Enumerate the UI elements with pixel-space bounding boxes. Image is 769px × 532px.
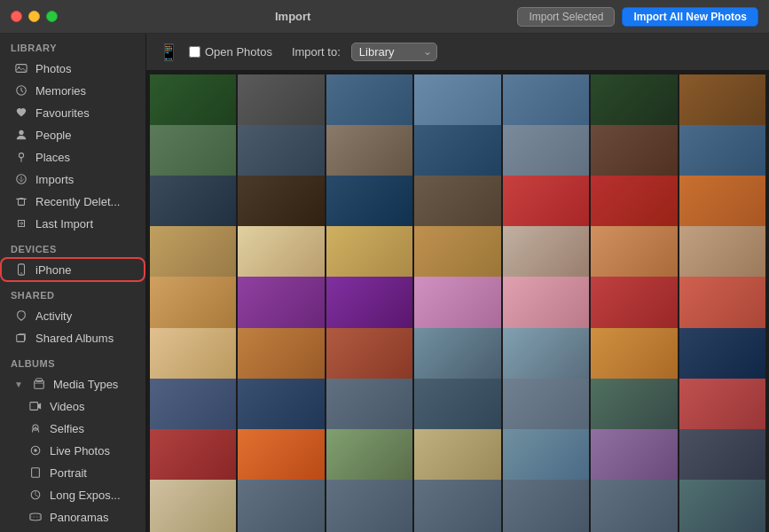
heart-icon <box>14 106 28 120</box>
open-photos-label: Open Photos <box>205 45 272 59</box>
videos-icon <box>28 399 43 413</box>
imports-icon <box>14 172 28 186</box>
window-title: Import <box>68 10 517 23</box>
maximize-button[interactable] <box>46 11 58 22</box>
sidebar-item-activity-label: Activity <box>35 309 72 323</box>
shared-section-header: Shared <box>0 281 145 304</box>
portrait-icon <box>28 466 43 480</box>
import-selected-button[interactable]: Import Selected <box>517 7 615 27</box>
pin-icon <box>14 150 28 164</box>
import-to-label: Import to: <box>292 45 341 59</box>
sidebar-item-panoramas[interactable]: Panoramas <box>4 506 142 528</box>
live-photos-icon <box>28 443 43 458</box>
sidebar-item-memories[interactable]: Memories <box>4 80 142 101</box>
sidebar-item-recently-deleted-label: Recently Delet... <box>35 195 120 208</box>
sidebar-item-media-types-label: Media Types <box>53 378 118 391</box>
photo-cell[interactable] <box>238 480 324 532</box>
svg-point-16 <box>34 449 37 452</box>
open-photos-checkbox-group: Open Photos <box>189 45 272 59</box>
activity-icon <box>14 309 28 323</box>
sidebar-item-shared-albums-label: Shared Albums <box>35 332 114 345</box>
svg-point-8 <box>20 272 21 273</box>
content-area: 📱 Open Photos Import to: Library Albums … <box>146 34 769 532</box>
sidebar-item-videos-label: Videos <box>50 400 85 413</box>
shared-albums-icon <box>14 331 28 345</box>
import-to-select[interactable]: Library Albums New Album <box>351 43 437 61</box>
svg-rect-17 <box>32 468 40 478</box>
sidebar-item-portrait-label: Portrait <box>50 466 87 480</box>
panoramas-icon <box>28 510 43 524</box>
sidebar-item-memories-label: Memories <box>35 84 86 98</box>
sidebar: Library Photos Memories Favourites Peopl… <box>0 34 146 532</box>
titlebar-actions: Import Selected Import All New Photos <box>517 7 758 27</box>
sidebar-item-favourites[interactable]: Favourites <box>4 102 142 123</box>
selfies-icon <box>28 421 43 435</box>
sidebar-item-activity[interactable]: Activity <box>4 305 142 326</box>
sidebar-item-people[interactable]: People <box>4 124 142 145</box>
sidebar-item-live-photos[interactable]: Live Photos <box>4 440 142 461</box>
devices-section-header: Devices <box>0 235 145 258</box>
photo-cell[interactable] <box>591 480 677 532</box>
sidebar-item-long-exposure-label: Long Expos... <box>50 489 121 502</box>
svg-point-3 <box>19 130 23 135</box>
sidebar-item-last-import[interactable]: Last Import <box>4 213 142 234</box>
sidebar-item-people-label: People <box>35 129 71 142</box>
trash-icon <box>14 194 28 208</box>
main-layout: Library Photos Memories Favourites Peopl… <box>0 34 769 532</box>
import-to-select-wrapper: Library Albums New Album <box>351 43 437 61</box>
photo-cell[interactable] <box>679 480 765 532</box>
last-import-icon <box>14 216 28 231</box>
device-item-wrapper: iPhone <box>4 259 142 280</box>
person-icon <box>14 128 28 142</box>
sidebar-item-imports[interactable]: Imports <box>4 168 142 190</box>
sidebar-item-selfies[interactable]: Selfies <box>4 418 142 439</box>
svg-rect-6 <box>19 199 25 205</box>
sidebar-item-places-label: Places <box>35 151 70 164</box>
library-section-header: Library <box>0 34 145 57</box>
media-types-icon <box>32 377 46 391</box>
sidebar-item-shared-albums[interactable]: Shared Albums <box>4 327 142 348</box>
long-exposure-icon <box>28 488 43 502</box>
albums-section-header: Albums <box>0 349 145 372</box>
sidebar-item-photos[interactable]: Photos <box>4 58 142 79</box>
expand-arrow-icon: ▼ <box>14 379 23 389</box>
sidebar-item-last-import-label: Last Import <box>35 217 93 231</box>
close-button[interactable] <box>11 11 22 22</box>
svg-point-4 <box>19 153 23 158</box>
sidebar-item-selfies-label: Selfies <box>50 422 84 435</box>
sidebar-item-imports-label: Imports <box>35 173 74 186</box>
sidebar-item-portrait[interactable]: Portrait <box>4 462 142 483</box>
sidebar-item-iphone-label: iPhone <box>35 263 71 277</box>
photos-icon <box>14 61 28 75</box>
sidebar-item-live-photos-label: Live Photos <box>50 444 110 458</box>
titlebar: Import Import Selected Import All New Ph… <box>0 0 769 34</box>
svg-rect-9 <box>17 335 25 342</box>
photo-cell[interactable]: HDR <box>326 480 412 532</box>
minimize-button[interactable] <box>28 11 40 22</box>
import-all-button[interactable]: Import All New Photos <box>622 7 758 27</box>
photo-cell[interactable] <box>503 480 589 532</box>
iphone-icon <box>14 262 28 277</box>
sidebar-item-photos-label: Photos <box>35 62 71 75</box>
photo-grid: HDRHDRHDRHDRHDRHDRHDRHDRHDRHDRHDRHDRHDRH… <box>146 71 769 532</box>
sidebar-item-long-exposure[interactable]: Long Expos... <box>4 484 142 505</box>
svg-rect-12 <box>30 403 38 411</box>
sidebar-item-iphone[interactable]: iPhone <box>4 259 142 280</box>
traffic-lights <box>11 11 58 22</box>
sidebar-item-places[interactable]: Places <box>4 146 142 168</box>
sidebar-item-panoramas-label: Panoramas <box>50 511 108 524</box>
photo-cell[interactable] <box>414 480 500 532</box>
memories-icon <box>14 83 28 98</box>
import-toolbar: 📱 Open Photos Import to: Library Albums … <box>146 34 769 71</box>
sidebar-item-recently-deleted[interactable]: Recently Delet... <box>4 191 142 212</box>
sidebar-item-favourites-label: Favourites <box>35 106 90 120</box>
sidebar-item-videos[interactable]: Videos <box>4 395 142 417</box>
phone-device-icon: 📱 <box>159 43 178 62</box>
open-photos-checkbox[interactable] <box>189 46 200 58</box>
sidebar-item-media-types[interactable]: ▼ Media Types <box>4 373 142 395</box>
photo-cell[interactable]: HDR <box>150 480 236 532</box>
